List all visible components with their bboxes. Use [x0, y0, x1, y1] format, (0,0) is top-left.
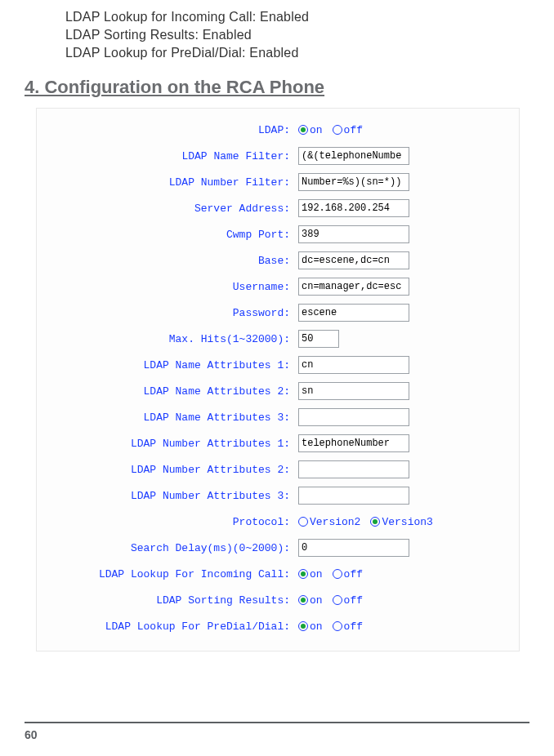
ldap-config-panel: LDAP: on off LDAP Name Filter: LDAP Numb… — [36, 108, 520, 651]
input-cwmp-port[interactable] — [298, 225, 409, 243]
lookup-predial-on-option[interactable]: on — [298, 620, 323, 633]
row-number-attr1: LDAP Number Attributes 1: — [37, 430, 519, 456]
label-cwmp-port: Cwmp Port: — [37, 229, 298, 241]
label-username: Username: — [37, 281, 298, 293]
input-username[interactable] — [298, 278, 409, 296]
row-sorting: LDAP Sorting Results: on off — [37, 587, 519, 613]
preamble-block: LDAP Lookup for Incoming Call: Enabled L… — [0, 0, 554, 62]
label-password: Password: — [37, 307, 298, 319]
sorting-on-option[interactable]: on — [298, 594, 323, 607]
lookup-incoming-on-option[interactable]: on — [298, 568, 323, 580]
footer-rule — [25, 722, 529, 723]
row-server-address: Server Address: — [37, 195, 519, 221]
label-ldap: LDAP: — [37, 124, 298, 136]
label-base: Base: — [37, 255, 298, 267]
input-number-filter[interactable] — [298, 173, 409, 191]
label-name-attr3: LDAP Name Attributes 3: — [37, 411, 298, 424]
radio-label-v2: Version2 — [310, 516, 360, 528]
row-name-attr2: LDAP Name Attributes 2: — [37, 378, 519, 404]
row-lookup-predial: LDAP Lookup For PreDial/Dial: on off — [37, 613, 519, 639]
label-max-hits: Max. Hits(1~32000): — [37, 333, 298, 345]
label-number-attr2: LDAP Number Attributes 2: — [37, 464, 298, 476]
radio-label-v3: Version3 — [382, 516, 432, 528]
radio-label-on: on — [310, 620, 323, 633]
input-base[interactable] — [298, 251, 409, 269]
row-number-attr2: LDAP Number Attributes 2: — [37, 456, 519, 483]
radio-icon — [333, 569, 342, 579]
lookup-incoming-off-option[interactable]: off — [333, 568, 363, 580]
label-lookup-predial: LDAP Lookup For PreDial/Dial: — [37, 620, 298, 633]
radio-label-off: off — [344, 594, 363, 607]
row-number-filter: LDAP Number Filter: — [37, 169, 519, 195]
input-search-delay[interactable] — [298, 539, 409, 557]
radio-selected-icon — [370, 517, 380, 527]
label-protocol: Protocol: — [37, 516, 298, 528]
radio-selected-icon — [298, 595, 308, 605]
label-name-filter: LDAP Name Filter: — [37, 150, 298, 162]
radio-selected-icon — [298, 621, 308, 631]
input-max-hits[interactable] — [298, 330, 339, 348]
row-number-attr3: LDAP Number Attributes 3: — [37, 483, 519, 509]
label-name-attr2: LDAP Name Attributes 2: — [37, 385, 298, 398]
input-name-attr2[interactable] — [298, 382, 409, 400]
preamble-line-3: LDAP Lookup for PreDial/Dial: Enabled — [65, 44, 554, 62]
radio-label-off: off — [344, 568, 363, 580]
radio-icon — [333, 621, 342, 631]
label-name-attr1: LDAP Name Attributes 1: — [37, 359, 298, 371]
label-lookup-incoming: LDAP Lookup For Incoming Call: — [37, 568, 298, 580]
ldap-off-option[interactable]: off — [333, 124, 363, 136]
input-server-address[interactable] — [298, 199, 409, 217]
lookup-predial-off-option[interactable]: off — [333, 620, 363, 633]
section-heading: 4. Configuration on the RCA Phone — [25, 77, 554, 98]
label-number-attr1: LDAP Number Attributes 1: — [37, 438, 298, 450]
label-number-filter: LDAP Number Filter: — [37, 176, 298, 189]
row-protocol: Protocol: Version2 Version3 — [37, 509, 519, 535]
radio-label-on: on — [310, 124, 323, 136]
row-search-delay: Search Delay(ms)(0~2000): — [37, 535, 519, 561]
protocol-v2-option[interactable]: Version2 — [298, 516, 360, 528]
radio-label-off: off — [344, 124, 363, 136]
input-name-filter[interactable] — [298, 147, 409, 165]
row-name-attr1: LDAP Name Attributes 1: — [37, 352, 519, 378]
row-password: Password: — [37, 300, 519, 326]
input-password[interactable] — [298, 304, 409, 322]
protocol-v3-option[interactable]: Version3 — [370, 516, 432, 528]
radio-label-on: on — [310, 594, 323, 607]
preamble-line-1: LDAP Lookup for Incoming Call: Enabled — [65, 8, 554, 26]
input-number-attr1[interactable] — [298, 434, 409, 452]
page-number: 60 — [25, 728, 38, 741]
input-name-attr1[interactable] — [298, 356, 409, 374]
input-number-attr3[interactable] — [298, 487, 409, 505]
input-name-attr3[interactable] — [298, 408, 409, 426]
label-sorting: LDAP Sorting Results: — [37, 594, 298, 607]
label-search-delay: Search Delay(ms)(0~2000): — [37, 542, 298, 554]
row-username: Username: — [37, 273, 519, 300]
label-number-attr3: LDAP Number Attributes 3: — [37, 490, 298, 502]
row-lookup-incoming: LDAP Lookup For Incoming Call: on off — [37, 561, 519, 587]
row-base: Base: — [37, 247, 519, 273]
label-server-address: Server Address: — [37, 202, 298, 215]
row-max-hits: Max. Hits(1~32000): — [37, 326, 519, 352]
radio-icon — [333, 595, 342, 605]
preamble-line-2: LDAP Sorting Results: Enabled — [65, 26, 554, 44]
row-name-filter: LDAP Name Filter: — [37, 143, 519, 169]
radio-label-on: on — [310, 568, 323, 580]
ldap-on-option[interactable]: on — [298, 124, 323, 136]
sorting-off-option[interactable]: off — [333, 594, 363, 607]
row-cwmp-port: Cwmp Port: — [37, 221, 519, 247]
input-number-attr2[interactable] — [298, 460, 409, 478]
radio-icon — [333, 125, 342, 135]
radio-icon — [298, 517, 308, 527]
radio-label-off: off — [344, 620, 363, 633]
row-name-attr3: LDAP Name Attributes 3: — [37, 404, 519, 430]
radio-selected-icon — [298, 569, 308, 579]
radio-selected-icon — [298, 125, 308, 135]
row-ldap: LDAP: on off — [37, 117, 519, 143]
